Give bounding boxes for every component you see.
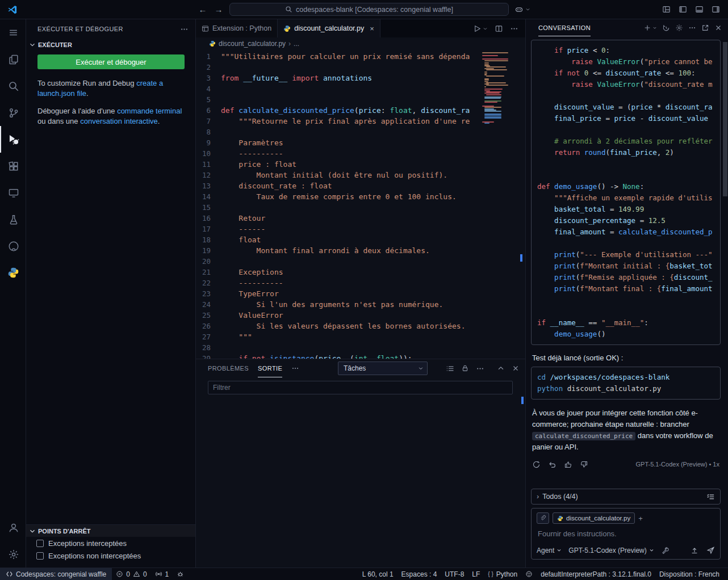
python-interpreter[interactable]: defaultInterpreterPath : 3.12.1.final.0	[537, 568, 655, 580]
editor-more-actions-icon[interactable]	[510, 24, 518, 33]
undo-icon[interactable]	[548, 460, 557, 469]
send-icon[interactable]	[706, 546, 715, 554]
command-center-search[interactable]: codespaces-blank [Codespaces: congenial …	[229, 3, 509, 16]
python-file-icon	[557, 515, 563, 522]
toggle-sidebar-left-icon[interactable]	[679, 5, 687, 14]
sidebar-item-python[interactable]	[0, 259, 26, 286]
open-chat-in-editor-icon[interactable]	[701, 24, 709, 32]
cursor-position[interactable]: L 60, col 1	[358, 568, 398, 580]
run-python-file-button[interactable]	[473, 24, 488, 33]
panel-tab-problems[interactable]: PROBLÈMES	[208, 359, 249, 377]
overview-ruler	[516, 50, 525, 359]
checkbox-uncaught-exceptions[interactable]	[36, 552, 44, 560]
extension-editor-icon	[202, 25, 209, 32]
chevron-down-icon	[483, 26, 488, 31]
breadcrumb-symbol[interactable]: ...	[294, 40, 299, 48]
breakpoint-label: Exceptions non interceptées	[48, 552, 141, 560]
output-filter-input[interactable]	[208, 381, 513, 394]
sidebar-item-search[interactable]	[0, 73, 26, 99]
sidebar-item-testing[interactable]	[0, 206, 26, 233]
copilot-button[interactable]	[514, 5, 530, 14]
chat-scrollbar-thumb[interactable]	[723, 42, 727, 196]
chevron-down-icon	[557, 548, 562, 553]
sidebar-item-github[interactable]	[0, 233, 26, 259]
interactive-conversation-link[interactable]: conversation interactive	[80, 117, 158, 125]
chat-settings-icon[interactable]	[675, 24, 683, 32]
toggle-panel-icon[interactable]	[695, 5, 704, 14]
output-channel-dropdown[interactable]: Tâches	[338, 362, 428, 375]
toggle-sidebar-right-icon[interactable]	[712, 5, 720, 14]
todos-collapsed-section[interactable]: › Todos (4/4)	[531, 489, 721, 505]
new-chat-icon[interactable]	[643, 24, 657, 32]
dropdown-value: Tâches	[344, 364, 366, 372]
customize-layout-icon[interactable]	[662, 5, 671, 14]
status-bar: Codespaces: congenial waffle 0 0 1 L 60,…	[0, 568, 728, 580]
sidebar-item-remote-explorer[interactable]	[0, 179, 26, 206]
encoding[interactable]: UTF-8	[441, 568, 468, 580]
thumbs-up-icon[interactable]	[564, 460, 572, 469]
settings-gear-icon[interactable]	[0, 541, 26, 568]
breakpoints-section-header[interactable]: POINTS D'ARRÊT	[26, 524, 195, 537]
sidebar-item-source-control[interactable]	[0, 99, 26, 126]
nav-forward-icon[interactable]: →	[214, 5, 224, 14]
model-picker[interactable]: GPT-5.1-Codex (Preview)	[568, 547, 654, 554]
maximize-panel-icon[interactable]	[497, 364, 505, 372]
braces-icon: { }	[488, 571, 493, 577]
checkbox-caught-exceptions[interactable]	[36, 540, 44, 547]
close-chat-icon[interactable]	[714, 24, 722, 32]
attachment-chip[interactable]: discount_calculator.py	[553, 512, 635, 524]
language-mode[interactable]: { } Python	[484, 568, 521, 580]
run-and-debug-button[interactable]: Exécuter et déboguer	[37, 54, 185, 69]
sidebar-item-run-debug[interactable]	[0, 126, 26, 153]
thumbs-down-icon[interactable]	[580, 460, 588, 469]
voice-input-icon[interactable]	[691, 547, 698, 554]
panel-more-actions-icon[interactable]	[476, 364, 484, 373]
indentation[interactable]: Espaces : 4	[398, 568, 441, 580]
attach-context-button[interactable]	[537, 512, 549, 524]
problems-indicator[interactable]: 0 0	[112, 568, 150, 580]
panel-tab-output[interactable]: SORTIE	[258, 359, 282, 377]
code-editor[interactable]: 1"""Utilitaires pour calculer un prix re…	[196, 50, 482, 359]
sidebar-item-explorer[interactable]	[0, 46, 26, 73]
configure-tools-icon[interactable]	[661, 547, 669, 554]
feedback-smiley-icon[interactable]	[521, 568, 537, 580]
chat-history-icon[interactable]	[662, 24, 670, 32]
python-file-icon	[283, 25, 291, 32]
output-settings-icon[interactable]	[446, 364, 454, 373]
keyboard-layout[interactable]: Disposition : French	[655, 568, 723, 580]
breakpoint-row-uncaught[interactable]: Exceptions non interceptées	[26, 549, 195, 562]
split-editor-icon[interactable]	[495, 24, 503, 33]
breadcrumb-file[interactable]: discount_calculator.py	[219, 40, 286, 48]
section-executer[interactable]: EXÉCUTER	[26, 39, 195, 51]
regenerate-icon[interactable]	[532, 460, 541, 469]
agent-mode-picker[interactable]: Agent	[537, 547, 562, 554]
tab-extension-python[interactable]: Extension : Python	[196, 19, 278, 37]
close-panel-icon[interactable]	[512, 364, 520, 372]
panel-more-tabs-icon[interactable]	[291, 364, 299, 372]
tab-close-icon[interactable]: ×	[370, 24, 374, 33]
minimap[interactable]	[482, 50, 516, 359]
account-icon[interactable]	[0, 514, 26, 541]
sidebar-item-extensions[interactable]	[0, 153, 26, 179]
debug-status-indicator[interactable]	[173, 568, 188, 580]
chat-input[interactable]: Fournir des instructions.	[538, 529, 714, 540]
chat-tab-conversation[interactable]: CONVERSATION	[538, 19, 591, 36]
eol-sequence[interactable]: LF	[468, 568, 484, 580]
chat-terminal-block: cd /workspaces/codespaces-blankpython di…	[531, 367, 721, 400]
ports-indicator[interactable]: 1	[151, 568, 173, 580]
remote-indicator[interactable]: Codespaces: congenial waffle	[0, 568, 112, 580]
chat-more-actions-icon[interactable]	[688, 24, 696, 32]
breadcrumb[interactable]: discount_calculator.py › ...	[196, 37, 525, 50]
menu-icon[interactable]	[0, 19, 26, 46]
add-attachment-button[interactable]: +	[638, 514, 643, 523]
radio-tower-icon	[155, 570, 162, 578]
tab-discount-calculator[interactable]: discount_calculator.py ×	[278, 19, 380, 37]
terminal-command-link[interactable]: commande terminal	[117, 107, 182, 115]
lock-scroll-icon[interactable]	[461, 364, 469, 372]
chat-input-box[interactable]: discount_calculator.py + Fournir des ins…	[531, 508, 721, 560]
editor-group: Extension : Python discount_calculator.p…	[196, 19, 525, 568]
breakpoint-row-caught[interactable]: Exceptions interceptées	[26, 537, 195, 549]
nav-back-icon[interactable]: ←	[198, 5, 208, 14]
sidebar-more-icon[interactable]	[180, 25, 189, 33]
todos-checklist-icon[interactable]	[706, 493, 715, 501]
